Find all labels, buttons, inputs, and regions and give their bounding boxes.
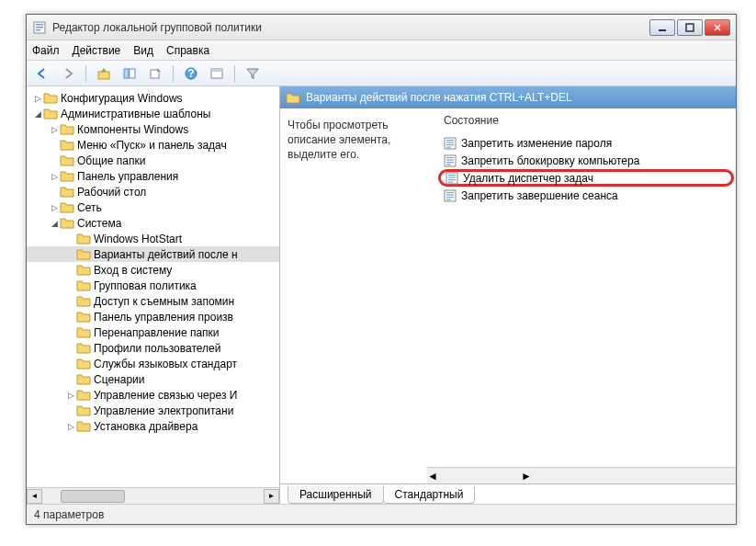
menu-help[interactable]: Справка bbox=[166, 44, 209, 57]
svg-rect-20 bbox=[446, 157, 454, 158]
settings-list-column: Состояние Запретить изменение пароляЗапр… bbox=[436, 108, 736, 504]
tree-item[interactable]: Перенаправление папки bbox=[27, 324, 279, 340]
folder-icon bbox=[286, 91, 300, 104]
tree-item[interactable]: Групповая политика bbox=[27, 278, 279, 293]
filter-button[interactable] bbox=[243, 63, 263, 84]
scroll-left-icon[interactable]: ◄ bbox=[427, 470, 438, 483]
tree-item[interactable]: Рабочий стол bbox=[27, 184, 279, 199]
settings-list: Запретить изменение пароляЗапретить блок… bbox=[436, 131, 736, 204]
folder-icon bbox=[60, 217, 74, 229]
setting-icon bbox=[444, 154, 457, 167]
titlebar[interactable]: Редактор локальной групповой политики bbox=[27, 15, 736, 40]
help-button[interactable]: ? bbox=[181, 63, 201, 84]
tree-item[interactable]: Службы языковых стандарт bbox=[27, 356, 279, 371]
tree-item-label: Доступ к съемным запомин bbox=[94, 295, 234, 308]
menu-file[interactable]: Файл bbox=[32, 44, 60, 57]
tree-item[interactable]: ◢Административные шаблоны bbox=[27, 106, 279, 121]
expander-icon[interactable]: ▷ bbox=[49, 172, 60, 181]
expander-icon[interactable]: ◢ bbox=[32, 109, 43, 119]
tree-item-label: Профили пользователей bbox=[94, 342, 220, 355]
tree-item[interactable]: ▷Установка драйвера bbox=[27, 418, 279, 434]
setting-item[interactable]: Запретить завершение сеанса bbox=[436, 187, 736, 204]
up-button[interactable] bbox=[94, 63, 114, 84]
tree-item-label: Сценарии bbox=[94, 373, 144, 386]
scroll-thumb[interactable] bbox=[61, 490, 125, 503]
folder-icon bbox=[43, 92, 58, 104]
tree-item[interactable]: ▷Сеть bbox=[27, 199, 279, 215]
minimize-button[interactable] bbox=[649, 19, 675, 36]
expander-icon[interactable]: ▷ bbox=[65, 422, 76, 431]
tree-item[interactable]: Вход в систему bbox=[27, 262, 279, 278]
svg-rect-7 bbox=[124, 69, 129, 78]
folder-icon bbox=[60, 170, 74, 182]
tree-item[interactable]: Общие папки bbox=[27, 153, 279, 168]
properties-button[interactable] bbox=[207, 63, 227, 84]
setting-item[interactable]: Удалить диспетчер задач bbox=[438, 169, 734, 187]
tab-standard[interactable]: Стандартный bbox=[383, 486, 476, 504]
setting-item[interactable]: Запретить блокировку компьютера bbox=[436, 152, 736, 169]
forward-button[interactable] bbox=[58, 63, 78, 84]
setting-icon bbox=[446, 172, 458, 185]
folder-icon bbox=[60, 123, 74, 135]
svg-rect-2 bbox=[36, 27, 43, 28]
folder-icon bbox=[76, 326, 91, 338]
tree-pane: ▷Конфигурация Windows◢Административные ш… bbox=[27, 86, 280, 504]
window-controls bbox=[649, 19, 730, 36]
tree-item[interactable]: Профили пользователей bbox=[27, 340, 279, 356]
toolbar-separator bbox=[85, 65, 86, 82]
setting-item[interactable]: Запретить изменение пароля bbox=[436, 134, 736, 152]
expander-icon[interactable]: ▷ bbox=[49, 203, 60, 212]
tree-item-label: Управление связью через И bbox=[94, 389, 237, 402]
tree-item[interactable]: ▷Панель управления bbox=[27, 168, 279, 184]
tree-item[interactable]: ◢Система bbox=[27, 215, 279, 231]
tree-item[interactable]: ▷Управление связью через И bbox=[27, 387, 279, 403]
show-hide-tree-button[interactable] bbox=[119, 63, 140, 84]
tree-item[interactable]: Панель управления произв bbox=[27, 309, 279, 324]
scroll-left-icon[interactable]: ◄ bbox=[27, 489, 42, 504]
state-column-header[interactable]: Состояние bbox=[436, 114, 736, 131]
tab-extended[interactable]: Расширенный bbox=[288, 486, 384, 504]
tree-item[interactable]: Меню «Пуск» и панель задач bbox=[27, 137, 279, 153]
maximize-button[interactable] bbox=[677, 19, 703, 36]
scroll-right-icon[interactable]: ► bbox=[521, 470, 532, 483]
svg-rect-5 bbox=[686, 24, 694, 31]
tree-item[interactable]: Windows HotStart bbox=[27, 231, 279, 246]
tree-item[interactable]: Варианты действий после н bbox=[27, 246, 279, 262]
detail-pane: Варианты действий после нажатия CTRL+ALT… bbox=[280, 86, 736, 504]
detail-title: Варианты действий после нажатия CTRL+ALT… bbox=[306, 91, 572, 104]
tree-item[interactable]: Управление электропитани bbox=[27, 403, 279, 418]
folder-icon bbox=[60, 154, 74, 166]
setting-icon bbox=[444, 137, 457, 150]
tree-item[interactable]: Доступ к съемным запомин bbox=[27, 293, 279, 309]
svg-rect-27 bbox=[448, 179, 456, 180]
tree[interactable]: ▷Конфигурация Windows◢Административные ш… bbox=[27, 86, 279, 487]
expander-icon[interactable]: ◢ bbox=[49, 219, 60, 228]
folder-icon bbox=[76, 248, 91, 260]
status-text: 4 параметров bbox=[34, 508, 104, 521]
tree-item-label: Панель управления произв bbox=[94, 311, 233, 324]
svg-rect-15 bbox=[446, 140, 454, 141]
expander-icon[interactable]: ▷ bbox=[32, 94, 43, 103]
expander-icon[interactable]: ▷ bbox=[65, 391, 76, 400]
tree-item-label: Управление электропитани bbox=[94, 404, 233, 417]
menu-view[interactable]: Вид bbox=[133, 44, 153, 57]
svg-rect-4 bbox=[659, 29, 666, 31]
expander-icon[interactable]: ▷ bbox=[49, 125, 60, 134]
back-button[interactable] bbox=[32, 63, 52, 84]
close-button[interactable] bbox=[705, 19, 730, 36]
folder-icon bbox=[60, 186, 74, 198]
scroll-right-icon[interactable]: ► bbox=[264, 489, 279, 504]
gpedit-window: Редактор локальной групповой политики Фа… bbox=[26, 14, 737, 525]
tree-item[interactable]: Сценарии bbox=[27, 371, 279, 387]
detail-hscrollbar[interactable]: ◄ ► bbox=[427, 467, 736, 483]
tree-item[interactable]: ▷Конфигурация Windows bbox=[27, 90, 279, 106]
tree-item-label: Рабочий стол bbox=[77, 186, 146, 199]
menu-action[interactable]: Действие bbox=[73, 44, 121, 57]
scroll-track[interactable] bbox=[42, 489, 264, 504]
svg-rect-17 bbox=[446, 144, 454, 145]
tree-hscrollbar[interactable]: ◄ ► bbox=[27, 487, 279, 504]
tree-item[interactable]: ▷Компоненты Windows bbox=[27, 121, 279, 137]
detail-header: Варианты действий после нажатия CTRL+ALT… bbox=[280, 86, 736, 108]
export-button[interactable] bbox=[145, 63, 165, 84]
svg-rect-32 bbox=[446, 197, 454, 198]
